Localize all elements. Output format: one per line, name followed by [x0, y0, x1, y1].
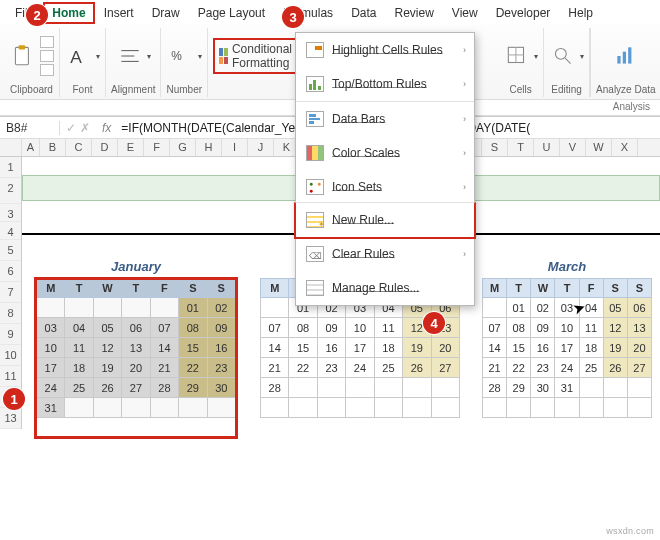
calendar-cell[interactable] [555, 398, 579, 418]
row-header-1[interactable]: 1 [0, 157, 21, 178]
calendar-cell[interactable]: 26 [603, 358, 627, 378]
calendar-cell[interactable]: 28 [150, 378, 178, 398]
calendar-cell[interactable]: 07 [150, 318, 178, 338]
calendar-cell[interactable]: 24 [346, 358, 374, 378]
calendar-cell[interactable]: 07 [483, 318, 507, 338]
calendar-cell[interactable] [403, 378, 431, 398]
calendar-cell[interactable]: 21 [150, 358, 178, 378]
calendar-cell[interactable]: 28 [483, 378, 507, 398]
row-header-3[interactable]: 3 [0, 204, 21, 222]
calendar-cell[interactable] [346, 398, 374, 418]
number-format-icon[interactable]: % [167, 42, 195, 70]
calendar-grid-jan[interactable]: MTWTFSS010203040506070809101112131415161… [36, 278, 236, 418]
calendar-cell[interactable] [207, 398, 235, 418]
calendar-cell[interactable]: 18 [374, 338, 402, 358]
calendar-cell[interactable]: 07 [261, 318, 289, 338]
alignment-icon[interactable] [116, 42, 144, 70]
row-header-10[interactable]: 10 [0, 345, 21, 366]
row-header-7[interactable]: 7 [0, 282, 21, 303]
calendar-cell[interactable]: 20 [627, 338, 651, 358]
calendar-cell[interactable]: 08 [507, 318, 531, 338]
calendar-cell[interactable] [579, 398, 603, 418]
calendar-cell[interactable]: 23 [207, 358, 235, 378]
calendar-cell[interactable] [93, 298, 121, 318]
tab-developer[interactable]: Developer [487, 2, 560, 24]
column-header-J[interactable]: J [248, 139, 274, 156]
tab-draw[interactable]: Draw [143, 2, 189, 24]
column-header-D[interactable]: D [92, 139, 118, 156]
calendar-cell[interactable] [122, 298, 150, 318]
calendar-cell[interactable]: 15 [507, 338, 531, 358]
row-header-13[interactable]: 13 [0, 408, 21, 429]
row-header-2[interactable]: 2 [0, 178, 21, 204]
column-header-W[interactable]: W [586, 139, 612, 156]
menu-color-scales[interactable]: Color Scales› [296, 136, 474, 170]
calendar-cell[interactable]: 16 [531, 338, 555, 358]
calendar-cell[interactable] [289, 398, 317, 418]
calendar-cell[interactable] [65, 398, 93, 418]
menu-manage-rules[interactable]: Manage Rules... [296, 271, 474, 305]
calendar-cell[interactable]: 08 [289, 318, 317, 338]
calendar-cell[interactable]: 02 [531, 298, 555, 318]
calendar-cell[interactable]: 19 [403, 338, 431, 358]
calendar-cell[interactable]: 27 [122, 378, 150, 398]
calendar-cell[interactable] [627, 378, 651, 398]
tab-help[interactable]: Help [559, 2, 602, 24]
select-all-cell[interactable] [0, 139, 22, 156]
calendar-cell[interactable]: 05 [93, 318, 121, 338]
calendar-cell[interactable]: 31 [555, 378, 579, 398]
calendar-cell[interactable] [403, 398, 431, 418]
calendar-cell[interactable]: 14 [483, 338, 507, 358]
menu-new-rule[interactable]: New Rule... [294, 202, 476, 239]
tab-view[interactable]: View [443, 2, 487, 24]
calendar-cell[interactable] [93, 398, 121, 418]
calendar-cell[interactable]: 17 [346, 338, 374, 358]
column-header-S[interactable]: S [482, 139, 508, 156]
column-header-I[interactable]: I [222, 139, 248, 156]
calendar-cell[interactable]: 10 [555, 318, 579, 338]
column-header-A[interactable]: A [22, 139, 40, 156]
calendar-cell[interactable]: 25 [65, 378, 93, 398]
calendar-cell[interactable]: 27 [431, 358, 459, 378]
calendar-cell[interactable]: 19 [93, 358, 121, 378]
calendar-cell[interactable]: 14 [150, 338, 178, 358]
calendar-cell[interactable]: 10 [346, 318, 374, 338]
calendar-cell[interactable] [261, 298, 289, 318]
calendar-cell[interactable]: 02 [207, 298, 235, 318]
column-header-T[interactable]: T [508, 139, 534, 156]
chevron-down-icon[interactable]: ▾ [580, 52, 584, 61]
column-header-X[interactable]: X [612, 139, 638, 156]
row-header-9[interactable]: 9 [0, 324, 21, 345]
tab-data[interactable]: Data [342, 2, 385, 24]
column-header-B[interactable]: B [40, 139, 66, 156]
column-header-U[interactable]: U [534, 139, 560, 156]
analyze-data-button[interactable] [612, 42, 640, 70]
calendar-cell[interactable]: 22 [289, 358, 317, 378]
calendar-cell[interactable]: 12 [603, 318, 627, 338]
tab-home[interactable]: Home [43, 2, 94, 24]
calendar-cell[interactable]: 09 [317, 318, 345, 338]
calendar-cell[interactable] [122, 398, 150, 418]
column-header-V[interactable]: V [560, 139, 586, 156]
menu-highlight-cells-rules[interactable]: Highlight Cells Rules› [296, 33, 474, 67]
calendar-cell[interactable] [431, 378, 459, 398]
calendar-cell[interactable]: 18 [65, 358, 93, 378]
calendar-cell[interactable] [346, 378, 374, 398]
copy-icon[interactable] [40, 50, 54, 62]
cut-icon[interactable] [40, 36, 54, 48]
calendar-cell[interactable]: 26 [93, 378, 121, 398]
calendar-cell[interactable]: 06 [627, 298, 651, 318]
calendar-cell[interactable]: 21 [261, 358, 289, 378]
row-header-5[interactable]: 5 [0, 240, 21, 261]
calendar-cell[interactable]: 24 [37, 378, 65, 398]
calendar-cell[interactable]: 17 [555, 338, 579, 358]
row-header-6[interactable]: 6 [0, 261, 21, 282]
calendar-cell[interactable]: 30 [531, 378, 555, 398]
calendar-cell[interactable]: 09 [207, 318, 235, 338]
row-header-11[interactable]: 11 [0, 366, 21, 387]
calendar-cell[interactable]: 11 [579, 318, 603, 338]
calendar-cell[interactable] [317, 378, 345, 398]
row-header-4[interactable]: 4 [0, 222, 21, 240]
calendar-cell[interactable]: 03 [37, 318, 65, 338]
row-header-8[interactable]: 8 [0, 303, 21, 324]
